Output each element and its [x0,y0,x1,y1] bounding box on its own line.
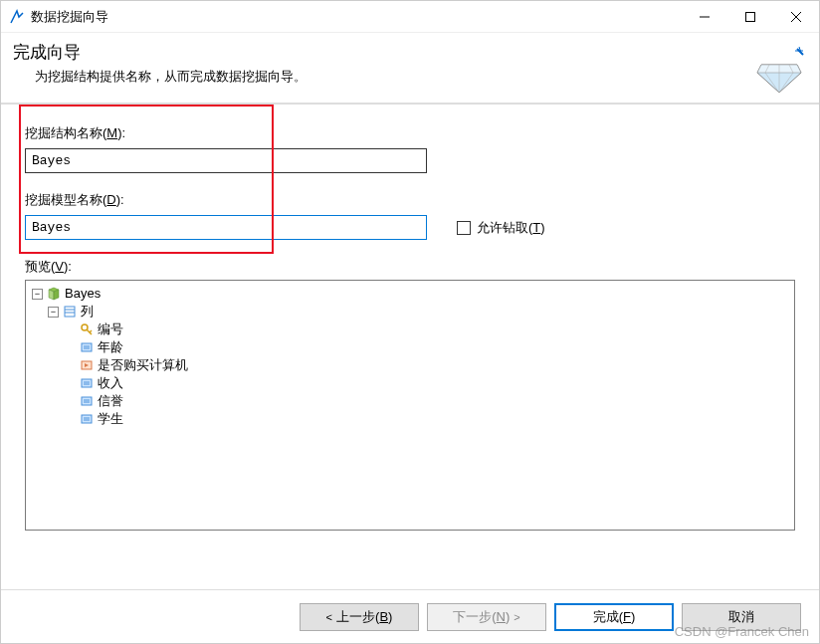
svg-rect-20 [82,343,92,351]
tree-root-label: Bayes [65,285,101,303]
svg-rect-1 [746,12,755,21]
allow-drill-checkbox-wrap[interactable]: 允许钻取(T) [457,219,545,237]
titlebar: 数据挖掘向导 [1,1,819,33]
tree-column-item[interactable]: 年龄 [30,338,790,356]
input-column-icon [80,412,94,426]
maximize-button[interactable] [727,1,773,32]
next-button: 下一步(N) > [427,603,546,631]
preview-tree[interactable]: − Bayes − 列 编号年龄是否购买计算机收入信誉学生 [25,280,795,531]
tree-column-item[interactable]: 编号 [30,321,790,338]
allow-drill-checkbox[interactable] [457,221,471,235]
tree-column-label: 年龄 [98,338,123,356]
content-area: 挖掘结构名称(M): 挖掘模型名称(D): 允许钻取(T) 预览(V): [1,105,819,589]
cancel-button[interactable]: 取消 [682,603,801,631]
input-column-icon [80,376,94,390]
key-column-icon [80,322,94,336]
columns-icon [63,305,77,319]
close-button[interactable] [773,1,819,32]
svg-rect-25 [82,379,92,387]
model-row: 允许钻取(T) [25,215,795,240]
window-title: 数据挖掘向导 [31,8,682,26]
tree-root[interactable]: − Bayes [30,285,790,303]
tree-column-item[interactable]: 学生 [30,410,790,428]
tree-column-item[interactable]: 是否购买计算机 [30,356,790,374]
tree-column-item[interactable]: 收入 [30,374,790,392]
svg-marker-12 [49,290,54,300]
tree-column-label: 收入 [98,374,123,392]
app-icon [9,9,25,25]
tree-column-label: 编号 [98,321,123,338]
wizard-footer: < 上一步(B) 下一步(N) > 完成(F) 取消 [1,589,819,643]
tree-columns[interactable]: − 列 [30,303,790,321]
tree-column-item[interactable]: 信誉 [30,392,790,410]
svg-rect-31 [82,415,92,423]
allow-drill-label: 允许钻取(T) [477,219,545,237]
finish-button[interactable]: 完成(F) [554,603,674,631]
wizard-header: 完成向导 为挖掘结构提供名称，从而完成数据挖掘向导。 [1,33,819,105]
model-name-group: 挖掘模型名称(D): 允许钻取(T) [25,191,795,240]
window-controls [682,1,819,32]
diamond-icon [751,41,807,97]
structure-name-input[interactable] [25,148,427,173]
tree-column-label: 学生 [98,410,123,428]
svg-line-19 [90,330,92,332]
svg-rect-28 [82,397,92,405]
svg-marker-13 [54,290,59,300]
predict-column-icon [80,358,94,372]
svg-rect-14 [65,307,75,317]
input-column-icon [80,340,94,354]
preview-label: 预览(V): [25,258,795,276]
back-button[interactable]: < 上一步(B) [300,603,419,631]
collapse-icon[interactable]: − [48,307,59,318]
collapse-icon[interactable]: − [32,289,43,300]
tree-columns-label: 列 [81,303,94,321]
page-subtitle: 为挖掘结构提供名称，从而完成数据挖掘向导。 [35,68,751,86]
minimize-button[interactable] [682,1,727,32]
model-name-label: 挖掘模型名称(D): [25,191,795,209]
chevron-right-icon: > [513,611,519,623]
structure-name-group: 挖掘结构名称(M): [25,124,795,173]
tree-column-label: 是否购买计算机 [98,356,188,374]
wizard-window: 数据挖掘向导 完成向导 为挖掘结构提供名称，从而完成数据挖掘向导。 [0,0,820,644]
model-name-input[interactable] [25,215,427,240]
structure-icon [47,287,61,301]
input-column-icon [80,394,94,408]
tree-column-label: 信誉 [98,392,123,410]
structure-name-label: 挖掘结构名称(M): [25,124,795,142]
chevron-left-icon: < [326,611,332,623]
header-text: 完成向导 为挖掘结构提供名称，从而完成数据挖掘向导。 [13,41,751,95]
page-title: 完成向导 [13,41,751,64]
